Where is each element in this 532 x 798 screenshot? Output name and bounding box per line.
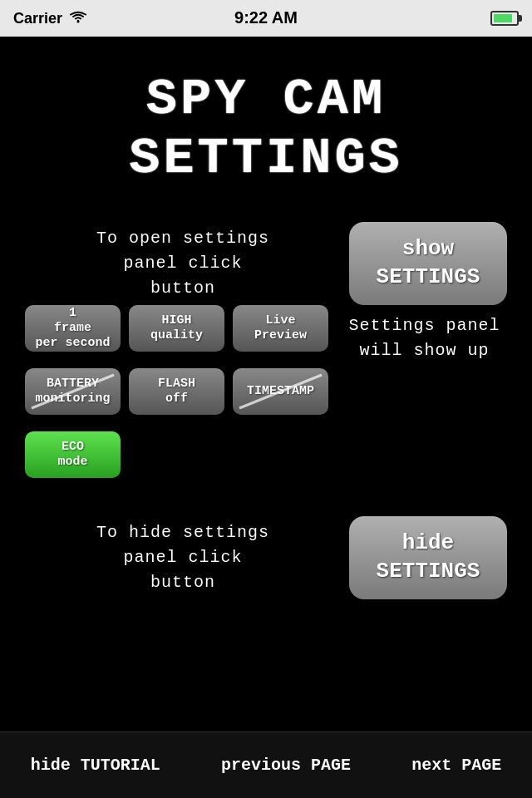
battery-button-label: BATTERYmonitoring <box>35 377 110 406</box>
flash-button-label: FLASHoff <box>158 377 195 406</box>
eco-mode-button[interactable]: ECOmode <box>25 431 121 478</box>
show-settings-description: To open settingspanel clickbutton <box>25 226 341 301</box>
eco-mode-button-label: ECOmode <box>57 440 87 470</box>
btn-row-3: ECOmode <box>25 431 328 478</box>
buttons-and-text-area: 1frameper second HIGHquality LivePreview… <box>25 305 507 486</box>
quality-button[interactable]: HIGHquality <box>129 305 224 352</box>
status-time: 9:22 AM <box>234 8 298 27</box>
camera-buttons-group: 1frameper second HIGHquality LivePreview… <box>25 305 328 486</box>
settings-panel-show-text: Settings panelwill show up <box>328 313 507 363</box>
quality-button-label: HIGHquality <box>150 313 203 343</box>
carrier-label: Carrier <box>13 10 62 27</box>
battery-button[interactable]: BATTERYmonitoring <box>25 368 121 415</box>
hide-settings-button-label: hide SETTINGS <box>377 530 480 586</box>
hide-settings-button[interactable]: hide SETTINGS <box>349 516 507 599</box>
next-page-button[interactable]: next PAGE <box>403 755 510 776</box>
battery-icon <box>490 11 519 26</box>
live-preview-button-label: LivePreview <box>254 313 307 343</box>
fps-button[interactable]: 1frameper second <box>25 305 121 352</box>
btn-row-2: BATTERYmonitoring FLASHoff TIMESTAMP <box>25 368 328 415</box>
show-settings-button[interactable]: show SETTINGS <box>349 222 507 305</box>
hide-tutorial-button[interactable]: hide TUTORIAL <box>22 755 169 776</box>
fps-button-label: 1frameper second <box>35 306 110 351</box>
timestamp-button-label: TIMESTAMP <box>247 384 314 399</box>
status-left: Carrier <box>13 9 87 28</box>
timestamp-button[interactable]: TIMESTAMP <box>233 368 328 415</box>
app-title: SPY CAM SETTINGS <box>129 70 403 189</box>
bottom-bar: hide TUTORIAL previous PAGE next PAGE <box>0 732 532 798</box>
show-settings-section: To open settingspanel clickbutton show S… <box>25 222 507 305</box>
wifi-icon <box>69 9 87 28</box>
hide-settings-section: To hide settingspanel clickbutton hide S… <box>25 516 507 599</box>
live-preview-button[interactable]: LivePreview <box>233 305 328 352</box>
main-content: SPY CAM SETTINGS To open settingspanel c… <box>0 37 532 798</box>
flash-button[interactable]: FLASHoff <box>129 368 224 415</box>
previous-page-button[interactable]: previous PAGE <box>213 755 359 776</box>
show-settings-button-label: show SETTINGS <box>377 235 480 292</box>
battery-container <box>490 11 519 26</box>
btn-row-1: 1frameper second HIGHquality LivePreview <box>25 305 328 352</box>
status-bar: Carrier 9:22 AM <box>0 0 532 37</box>
hide-settings-description: To hide settingspanel clickbutton <box>25 520 341 595</box>
svg-point-0 <box>77 20 80 22</box>
battery-fill <box>494 14 512 22</box>
